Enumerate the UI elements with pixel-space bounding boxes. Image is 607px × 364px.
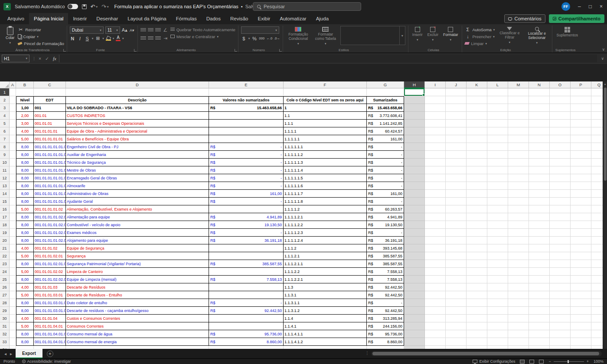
cell-F4[interactable]: 1.1 <box>284 112 367 120</box>
cell-M4[interactable] <box>508 112 529 120</box>
cell-G30[interactable]: R$313.285,94 <box>367 315 404 322</box>
cell-H32[interactable] <box>404 330 425 338</box>
cell-M29[interactable] <box>508 307 529 315</box>
cell-I7[interactable] <box>425 135 446 143</box>
cell-C4[interactable]: 001.01 <box>34 112 66 120</box>
cell-A19[interactable] <box>10 229 16 237</box>
cell-F34[interactable] <box>284 346 367 349</box>
cell-C33[interactable]: 001.01.01.04.01.02 <box>34 338 66 346</box>
cell-O11[interactable] <box>550 166 571 174</box>
row-header-17[interactable]: 17 <box>0 213 10 221</box>
cell-C27[interactable]: 001.01.01.03.01 <box>34 291 66 299</box>
cell-M19[interactable] <box>508 229 529 237</box>
avatar[interactable]: FF <box>561 2 570 11</box>
cell-P13[interactable] <box>571 182 591 190</box>
cell-O16[interactable] <box>550 205 571 213</box>
align-center-icon[interactable] <box>148 36 153 40</box>
alignment-dialog-launcher-icon[interactable] <box>235 49 237 52</box>
cell-I5[interactable] <box>425 120 446 127</box>
cell-N10[interactable] <box>529 159 550 166</box>
cell-K24[interactable] <box>467 268 487 276</box>
cell-N23[interactable] <box>529 260 550 268</box>
cell-G26[interactable]: R$92.442,50 <box>367 283 404 291</box>
cell-A33[interactable] <box>10 338 16 346</box>
selected-cell-H1[interactable] <box>404 88 425 96</box>
cell-C15[interactable]: 001.01.01.01.01.09 <box>34 198 66 205</box>
cell-F1[interactable] <box>284 88 367 96</box>
cell-L27[interactable] <box>487 291 508 299</box>
cell-K27[interactable] <box>467 291 487 299</box>
search-input[interactable]: Pesquisar <box>253 2 361 11</box>
cell-B3[interactable]: 1,00 <box>16 104 34 112</box>
cell-A17[interactable] <box>10 213 16 221</box>
cell-O10[interactable] <box>550 159 571 166</box>
cell-O31[interactable] <box>550 322 571 330</box>
cell-A27[interactable] <box>10 291 16 299</box>
cell-K3[interactable] <box>467 104 487 112</box>
row-header-32[interactable]: 32 <box>0 330 10 338</box>
cell-H24[interactable] <box>404 268 425 276</box>
align-middle-icon[interactable] <box>148 28 153 32</box>
cell-P4[interactable] <box>571 112 591 120</box>
cell-O12[interactable] <box>550 174 571 182</box>
cell-I9[interactable] <box>425 151 446 159</box>
cell-E23[interactable]: R$385.587,55 <box>209 260 284 268</box>
cell-G20[interactable]: R$36.191,18 <box>367 237 404 244</box>
cell-E5[interactable] <box>209 120 284 127</box>
cell-C14[interactable]: 001.01.01.01.01.08 <box>34 190 66 198</box>
cell-B31[interactable]: 5,00 <box>16 322 34 330</box>
cell-L30[interactable] <box>487 315 508 322</box>
cell-N17[interactable] <box>529 213 550 221</box>
cell-I23[interactable] <box>425 260 446 268</box>
cell-B29[interactable]: 8,00 <box>16 307 34 315</box>
cell-A7[interactable] <box>10 135 16 143</box>
cell-B9[interactable]: 8,00 <box>16 151 34 159</box>
cell-P29[interactable] <box>571 307 591 315</box>
cell-P25[interactable] <box>571 276 591 283</box>
cell-L9[interactable] <box>487 151 508 159</box>
cell-J33[interactable] <box>446 338 467 346</box>
cell-P3[interactable] <box>571 104 591 112</box>
cell-J10[interactable] <box>446 159 467 166</box>
cell-P21[interactable] <box>571 244 591 252</box>
cell-K34[interactable] <box>467 346 487 349</box>
cell-D21[interactable]: Equipe de Segurança <box>66 244 209 252</box>
cell-C10[interactable]: 001.01.01.01.01.03 <box>34 159 66 166</box>
ribbon-tab-9[interactable]: Automatizar <box>275 13 311 24</box>
cell-B10[interactable]: 8,00 <box>16 159 34 166</box>
cell-J23[interactable] <box>446 260 467 268</box>
save-button[interactable] <box>82 4 87 9</box>
cell-M23[interactable] <box>508 260 529 268</box>
cell-I32[interactable] <box>425 330 446 338</box>
decrease-font-size-icon[interactable]: A▾ <box>129 28 135 32</box>
cell-C2[interactable]: EDT <box>34 96 66 104</box>
column-header-F[interactable]: F <box>284 81 367 88</box>
cell-A14[interactable] <box>10 190 16 198</box>
cell-B26[interactable]: 4,00 <box>16 283 34 291</box>
cell-M5[interactable] <box>508 120 529 127</box>
cell-H6[interactable] <box>404 127 425 135</box>
cell-N33[interactable] <box>529 338 550 346</box>
cell-G25[interactable]: R$7.558,13 <box>367 276 404 283</box>
cell-I26[interactable] <box>425 283 446 291</box>
cell-P8[interactable] <box>571 143 591 151</box>
cell-K2[interactable] <box>467 96 487 104</box>
cell-M34[interactable] <box>508 346 529 349</box>
cell-K5[interactable] <box>467 120 487 127</box>
cell-I20[interactable] <box>425 237 446 244</box>
cell-I27[interactable] <box>425 291 446 299</box>
cell-A20[interactable] <box>10 237 16 244</box>
cell-O18[interactable] <box>550 221 571 229</box>
cell-D19[interactable]: Exames médicos <box>66 229 209 237</box>
number-dialog-launcher-icon[interactable] <box>279 49 282 52</box>
cell-B15[interactable]: 8,00 <box>16 198 34 205</box>
cell-F28[interactable]: 1.1.3.1.1 <box>284 299 367 307</box>
currency-format-icon[interactable]: $ <box>241 36 247 41</box>
cell-L6[interactable] <box>487 127 508 135</box>
cell-H15[interactable] <box>404 198 425 205</box>
cell-D9[interactable]: Auxiliar de Engenharia <box>66 151 209 159</box>
cell-K31[interactable] <box>467 322 487 330</box>
cell-H4[interactable] <box>404 112 425 120</box>
cell-J4[interactable] <box>446 112 467 120</box>
cell-N5[interactable] <box>529 120 550 127</box>
